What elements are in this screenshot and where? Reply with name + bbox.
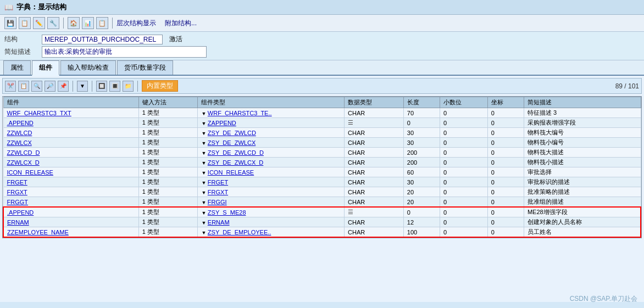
table-cell[interactable]: ▼ ICON_RELEASE [198,167,345,177]
link-text[interactable]: ZZEMPLOYEE_NAME [7,229,69,236]
table-cell[interactable]: 1 类型 [138,128,198,138]
table-cell[interactable]: 1 类型 [138,207,198,217]
link-text[interactable]: ZSY_DE_ZWLCX [208,139,256,146]
inner-btn7[interactable]: 🔲 [96,81,107,92]
prop-btn[interactable]: 🔧 [47,17,59,29]
arrow-icon[interactable]: ▼ [201,160,207,166]
table-cell[interactable]: ▼ FRGET [198,177,345,187]
link-text[interactable]: ZSY_DE_EMPLOYEE.. [208,229,271,236]
arrow-icon[interactable]: ▼ [201,190,207,195]
table-cell[interactable]: ▼ ZSY_DE_ZWLCD_D [198,148,345,158]
table-cell[interactable]: ▼ ZSY_DE_EMPLOYEE.. [198,227,345,238]
link-text[interactable]: ICON_RELEASE [7,169,53,176]
arrow-icon[interactable]: ▼ [201,220,207,226]
table-cell[interactable]: ▼ WRF_CHARSTC3_TE.. [198,108,345,118]
table-cell[interactable]: 1 类型 [138,148,198,158]
table-cell[interactable]: 1 类型 [138,138,198,148]
table-cell[interactable]: ▼ FRGGI [198,197,345,208]
table-cell[interactable]: ▼ ZSY_S_ME28 [198,207,345,217]
link-text[interactable]: ERNAM [208,219,230,226]
link-text[interactable]: FRGGI [208,199,227,205]
link-text[interactable]: ZSY_DE_ZWLCX_D [208,159,263,166]
table-cell[interactable]: 1 类型 [138,227,198,238]
table-cell[interactable]: FRGXT [3,187,138,197]
inner-btn5[interactable]: 📌 [58,81,69,92]
table-cell[interactable]: WRF_CHARSTC3_TXT [3,108,138,118]
table-cell[interactable]: ▼ ZSY_DE_ZWLCX_D [198,158,345,167]
inner-btn2[interactable]: 📋 [18,81,29,92]
table-cell[interactable]: 1 类型 [138,197,198,208]
link-text[interactable]: ERNAM [7,219,29,226]
link-text[interactable]: ZSY_DE_ZWLCD [208,130,256,136]
link-text[interactable]: FRGET [7,179,27,186]
arrow-icon[interactable]: ▼ [201,230,207,236]
tab-attributes[interactable]: 属性 [3,60,31,75]
link-text[interactable]: FRGXT [7,189,27,195]
tab-currency[interactable]: 货币/数量字段 [117,60,173,75]
link-text[interactable]: ZZWLCD [7,130,32,136]
table-cell[interactable]: 1 类型 [138,167,198,177]
table-cell[interactable]: ▼ FRGXT [198,187,345,197]
arrow-icon[interactable]: ▼ [201,111,207,116]
arrow-icon[interactable]: ▼ [201,131,207,136]
table-cell[interactable]: ▼ ZSY_DE_ZWLCD [198,128,345,138]
link-text[interactable]: ZZWLCX_D [7,159,40,166]
hier-btn1[interactable]: 🏠 [68,17,80,29]
table-cell[interactable]: 1 类型 [138,187,198,197]
arrow-icon[interactable]: ▼ [201,180,207,186]
table-cell[interactable]: .APPEND [3,118,138,128]
arrow-icon[interactable]: ▼ [201,121,207,126]
table-cell[interactable]: 1 类型 [138,177,198,187]
hier-btn2[interactable]: 📊 [82,17,94,29]
inner-btn3[interactable]: 🔍 [31,81,42,92]
edit-btn[interactable]: ✏️ [33,17,45,29]
link-text[interactable]: FRGXT [208,189,228,195]
inner-btn1[interactable]: ✂️ [5,81,16,92]
arrow-icon[interactable]: ▼ [201,141,207,146]
table-cell[interactable]: ERNAM [3,217,138,227]
arrow-icon[interactable]: ▼ [201,210,207,216]
link-text[interactable]: ZAPPEND [208,120,236,126]
table-cell[interactable]: 1 类型 [138,108,198,118]
table-cell: 200 [403,148,440,158]
inner-btn9[interactable]: 📁 [123,81,134,92]
table-cell[interactable]: ICON_RELEASE [3,167,138,177]
table-cell[interactable]: ZZWLCX [3,138,138,148]
link-text[interactable]: .APPEND [7,209,34,216]
table-cell[interactable]: ▼ ZAPPEND [198,118,345,128]
link-text[interactable]: FRGET [208,179,228,186]
save-btn[interactable]: 💾 [4,17,16,29]
link-text[interactable]: .APPEND [7,120,34,126]
table-cell[interactable]: ZZWLCX_D [3,158,138,167]
inner-btn8[interactable]: 🔳 [109,81,120,92]
append-label[interactable]: 附加结构... [165,19,197,28]
inner-btn4[interactable]: 🔎 [45,81,55,92]
tab-input-help[interactable]: 输入帮助/检查 [60,60,116,75]
arrow-icon[interactable]: ▼ [201,150,207,156]
table-cell[interactable]: ▼ ZSY_DE_ZWLCX [198,138,345,148]
arrow-icon[interactable]: ▼ [201,170,207,176]
table-cell[interactable]: ZZWLCD_D [3,148,138,158]
link-text[interactable]: ZSY_DE_ZWLCD_D [208,149,264,156]
table-cell[interactable]: 1 类型 [138,158,198,167]
table-cell[interactable]: 1 类型 [138,217,198,227]
link-text[interactable]: ICON_RELEASE [208,169,254,176]
table-cell[interactable]: .APPEND [3,207,138,217]
link-text[interactable]: ZZWLCX [7,139,32,146]
table-cell[interactable]: ZZEMPLOYEE_NAME [3,227,138,238]
copy-btn[interactable]: 📋 [19,17,31,29]
tab-components[interactable]: 组件 [32,60,59,76]
link-text[interactable]: ZZWLCD_D [7,149,40,156]
table-cell[interactable]: FRGET [3,177,138,187]
table-cell[interactable]: FRGGT [3,197,138,208]
link-text[interactable]: WRF_CHARSTC3_TXT [7,110,71,116]
hier-btn3[interactable]: 📋 [96,17,108,29]
link-text[interactable]: ZSY_S_ME28 [208,209,246,216]
link-text[interactable]: WRF_CHARSTC3_TE.. [208,110,272,116]
table-cell[interactable]: ZZWLCD [3,128,138,138]
table-cell[interactable]: 1 类型 [138,118,198,128]
table-cell[interactable]: ▼ ERNAM [198,217,345,227]
link-text[interactable]: FRGGT [7,199,29,205]
inner-btn6[interactable]: ▼ [77,81,88,92]
arrow-icon[interactable]: ▼ [201,200,207,205]
